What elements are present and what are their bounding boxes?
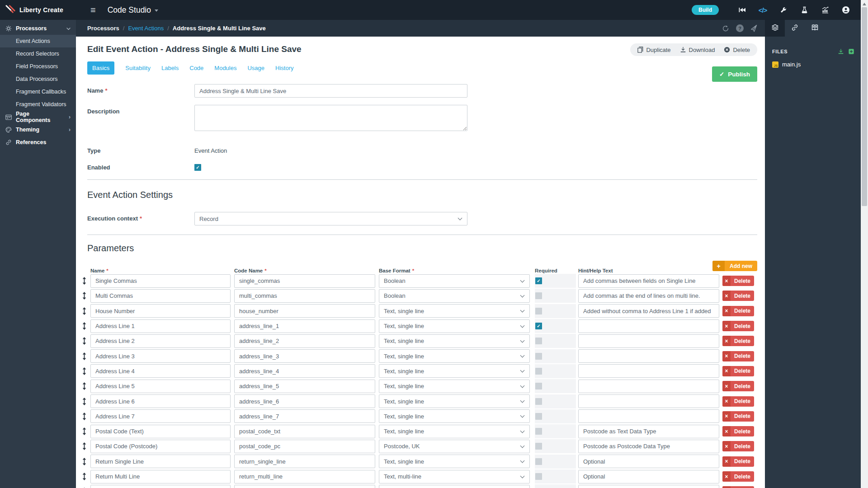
param-format-select[interactable]: Text, single line: [379, 364, 530, 378]
drag-handle-icon[interactable]: [81, 307, 87, 315]
help-icon[interactable]: ?: [736, 24, 744, 32]
file-item-mainjs[interactable]: JS main.js: [772, 61, 854, 68]
tab-files[interactable]: [765, 20, 785, 37]
drag-handle-icon[interactable]: [81, 427, 87, 435]
param-name-input[interactable]: [90, 349, 231, 363]
drag-handle-icon[interactable]: [81, 458, 87, 465]
param-hint-input[interactable]: [578, 364, 719, 378]
download-all-icon[interactable]: [838, 48, 844, 55]
scroll-up-icon[interactable]: [863, 3, 866, 5]
param-name-input[interactable]: [90, 394, 231, 408]
sidebar-section-processors[interactable]: Processors: [0, 22, 76, 35]
required-checkbox[interactable]: ✓: [535, 308, 542, 314]
param-format-select[interactable]: Text, single line: [379, 380, 530, 393]
param-name-input[interactable]: [90, 334, 231, 348]
param-hint-input[interactable]: [578, 380, 719, 393]
download-button[interactable]: Download: [680, 47, 715, 53]
param-name-input[interactable]: [90, 319, 231, 333]
tab-labels[interactable]: Labels: [161, 65, 179, 71]
param-name-input[interactable]: [90, 485, 231, 488]
app-switcher[interactable]: Code Studio: [108, 5, 158, 15]
param-hint-input[interactable]: [578, 319, 719, 333]
required-checkbox[interactable]: ✓: [535, 368, 542, 375]
drag-handle-icon[interactable]: [81, 277, 87, 285]
param-code-input[interactable]: [234, 394, 375, 408]
tab-links[interactable]: [785, 20, 805, 37]
param-format-select[interactable]: Text, single line: [379, 319, 530, 333]
param-code-input[interactable]: [234, 319, 375, 333]
param-hint-input[interactable]: [578, 485, 719, 488]
delete-row-button[interactable]: × Delete: [722, 321, 754, 331]
param-format-select[interactable]: Boolean: [379, 274, 530, 288]
tab-code[interactable]: Code: [189, 65, 203, 71]
param-code-input[interactable]: [234, 440, 375, 453]
required-checkbox[interactable]: ✓: [535, 277, 542, 284]
param-code-input[interactable]: [234, 289, 375, 303]
param-format-select[interactable]: Postcode, UK: [379, 440, 530, 453]
breadcrumb-processors[interactable]: Processors: [87, 25, 119, 32]
param-hint-input[interactable]: [578, 289, 719, 303]
param-format-select[interactable]: Text, single line: [379, 425, 530, 438]
param-name-input[interactable]: [90, 409, 231, 423]
required-checkbox[interactable]: ✓: [535, 443, 542, 450]
param-hint-input[interactable]: [578, 349, 719, 363]
param-format-select[interactable]: Text, single line: [379, 455, 530, 468]
param-hint-input[interactable]: [578, 394, 719, 408]
chart-icon[interactable]: [815, 6, 835, 14]
param-hint-input[interactable]: [578, 274, 719, 288]
drag-handle-icon[interactable]: [81, 413, 87, 420]
param-name-input[interactable]: [90, 274, 231, 288]
param-format-select[interactable]: Text, single line: [379, 394, 530, 408]
param-code-input[interactable]: [234, 425, 375, 438]
enabled-checkbox[interactable]: ✓: [194, 164, 201, 171]
tab-usage[interactable]: Usage: [247, 65, 264, 71]
param-code-input[interactable]: [234, 349, 375, 363]
param-name-input[interactable]: [90, 304, 231, 318]
delete-button[interactable]: Delete: [724, 47, 750, 53]
drag-handle-icon[interactable]: [81, 398, 87, 405]
param-format-select[interactable]: Text, single line: [379, 334, 530, 348]
param-format-select[interactable]: Text, single line: [379, 409, 530, 423]
param-code-input[interactable]: [234, 409, 375, 423]
scrollbar[interactable]: [861, 0, 868, 488]
breadcrumb-event-actions[interactable]: Event Actions: [128, 25, 164, 32]
param-code-input[interactable]: [234, 455, 375, 468]
param-code-input[interactable]: [234, 334, 375, 348]
delete-row-button[interactable]: × Delete: [722, 306, 754, 316]
required-checkbox[interactable]: ✓: [535, 473, 542, 480]
duplicate-button[interactable]: Duplicate: [637, 47, 670, 53]
sidebar-item-record-selectors[interactable]: Record Selectors: [0, 47, 76, 60]
required-checkbox[interactable]: ✓: [535, 323, 542, 329]
required-checkbox[interactable]: ✓: [535, 338, 542, 344]
drag-handle-icon[interactable]: [81, 473, 87, 480]
delete-row-button[interactable]: × Delete: [722, 426, 754, 436]
param-format-select[interactable]: Text, single line: [379, 349, 530, 363]
required-checkbox[interactable]: ✓: [535, 428, 542, 435]
drag-handle-icon[interactable]: [81, 352, 87, 360]
param-name-input[interactable]: [90, 425, 231, 438]
param-code-input[interactable]: [234, 304, 375, 318]
refresh-icon[interactable]: [722, 25, 729, 32]
wrench-icon[interactable]: [773, 6, 794, 14]
param-name-input[interactable]: [90, 364, 231, 378]
required-checkbox[interactable]: ✓: [535, 353, 542, 360]
required-checkbox[interactable]: ✓: [535, 398, 542, 405]
sidebar-section-page-components[interactable]: Page Components ›: [0, 111, 76, 123]
hamburger-icon[interactable]: ≡: [90, 5, 96, 15]
add-file-icon[interactable]: [848, 48, 854, 55]
delete-row-button[interactable]: × Delete: [722, 336, 754, 346]
param-format-select[interactable]: Text, single line: [379, 304, 530, 318]
sidebar-item-fragment-validators[interactable]: Fragment Validators: [0, 98, 76, 111]
param-code-input[interactable]: [234, 485, 375, 488]
sidebar-section-theming[interactable]: Theming ›: [0, 123, 76, 136]
code-icon[interactable]: </>: [752, 6, 773, 14]
sidebar-section-references[interactable]: References: [0, 136, 76, 149]
param-hint-input[interactable]: [578, 470, 719, 483]
tab-modules[interactable]: Modules: [214, 65, 236, 71]
delete-row-button[interactable]: × Delete: [722, 486, 754, 488]
drag-handle-icon[interactable]: [81, 382, 87, 390]
brand[interactable]: Liberty Create: [0, 5, 76, 15]
tab-basics[interactable]: Basics: [87, 61, 114, 75]
execution-context-select[interactable]: Record: [194, 212, 467, 225]
tab-history[interactable]: History: [275, 65, 293, 71]
